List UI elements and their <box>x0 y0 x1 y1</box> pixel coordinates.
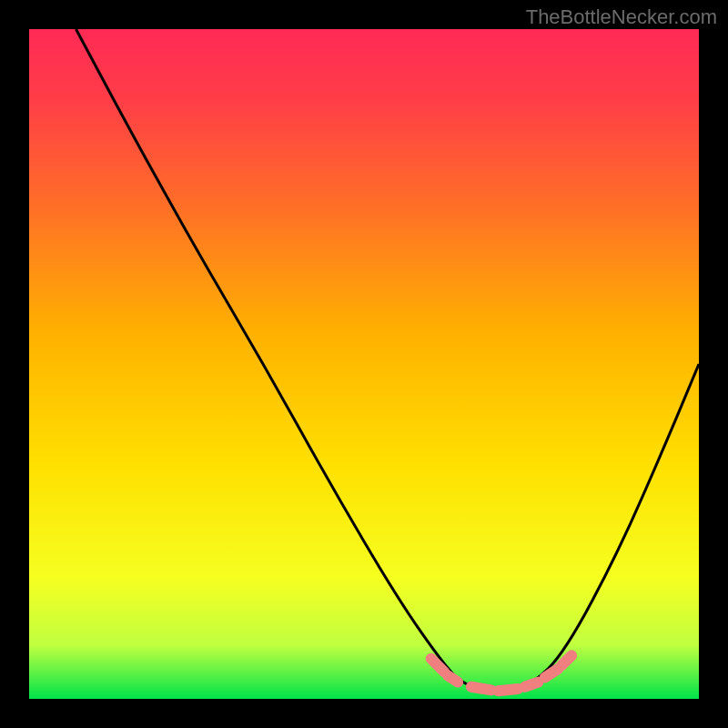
chart-svg <box>29 29 699 699</box>
svg-line-6 <box>561 655 571 665</box>
svg-line-4 <box>525 682 539 687</box>
svg-line-3 <box>498 689 518 691</box>
svg-line-2 <box>471 687 491 691</box>
svg-line-1 <box>448 675 458 682</box>
svg-line-5 <box>545 669 559 678</box>
watermark-text: TheBottleNecker.com <box>526 5 717 29</box>
chart-area <box>29 29 699 699</box>
